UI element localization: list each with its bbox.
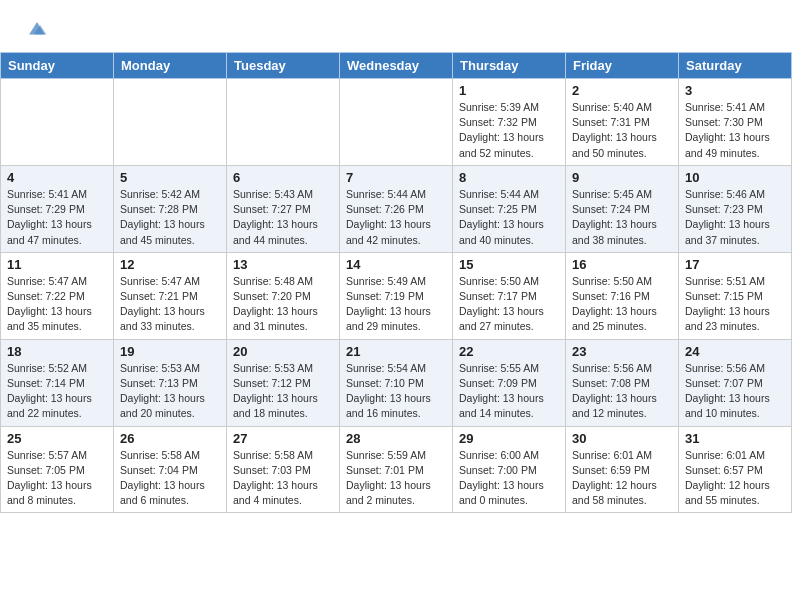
day-detail: Sunrise: 5:45 AM Sunset: 7:24 PM Dayligh… bbox=[572, 187, 672, 248]
calendar-cell: 14Sunrise: 5:49 AM Sunset: 7:19 PM Dayli… bbox=[340, 252, 453, 339]
calendar-cell: 15Sunrise: 5:50 AM Sunset: 7:17 PM Dayli… bbox=[453, 252, 566, 339]
calendar-cell: 31Sunrise: 6:01 AM Sunset: 6:57 PM Dayli… bbox=[679, 426, 792, 513]
day-detail: Sunrise: 5:40 AM Sunset: 7:31 PM Dayligh… bbox=[572, 100, 672, 161]
calendar-cell: 20Sunrise: 5:53 AM Sunset: 7:12 PM Dayli… bbox=[227, 339, 340, 426]
day-detail: Sunrise: 6:00 AM Sunset: 7:00 PM Dayligh… bbox=[459, 448, 559, 509]
calendar-week-5: 25Sunrise: 5:57 AM Sunset: 7:05 PM Dayli… bbox=[1, 426, 792, 513]
calendar-cell: 12Sunrise: 5:47 AM Sunset: 7:21 PM Dayli… bbox=[114, 252, 227, 339]
day-detail: Sunrise: 5:53 AM Sunset: 7:12 PM Dayligh… bbox=[233, 361, 333, 422]
calendar-cell: 28Sunrise: 5:59 AM Sunset: 7:01 PM Dayli… bbox=[340, 426, 453, 513]
calendar-cell: 25Sunrise: 5:57 AM Sunset: 7:05 PM Dayli… bbox=[1, 426, 114, 513]
calendar-cell: 6Sunrise: 5:43 AM Sunset: 7:27 PM Daylig… bbox=[227, 165, 340, 252]
calendar-cell bbox=[114, 79, 227, 166]
calendar-cell: 16Sunrise: 5:50 AM Sunset: 7:16 PM Dayli… bbox=[566, 252, 679, 339]
day-number: 31 bbox=[685, 431, 785, 446]
calendar-cell: 18Sunrise: 5:52 AM Sunset: 7:14 PM Dayli… bbox=[1, 339, 114, 426]
day-detail: Sunrise: 5:58 AM Sunset: 7:03 PM Dayligh… bbox=[233, 448, 333, 509]
calendar-cell: 5Sunrise: 5:42 AM Sunset: 7:28 PM Daylig… bbox=[114, 165, 227, 252]
day-number: 18 bbox=[7, 344, 107, 359]
header bbox=[0, 0, 792, 44]
day-detail: Sunrise: 5:50 AM Sunset: 7:17 PM Dayligh… bbox=[459, 274, 559, 335]
day-number: 14 bbox=[346, 257, 446, 272]
calendar-cell: 4Sunrise: 5:41 AM Sunset: 7:29 PM Daylig… bbox=[1, 165, 114, 252]
day-detail: Sunrise: 5:47 AM Sunset: 7:22 PM Dayligh… bbox=[7, 274, 107, 335]
weekday-header-wednesday: Wednesday bbox=[340, 53, 453, 79]
day-detail: Sunrise: 5:49 AM Sunset: 7:19 PM Dayligh… bbox=[346, 274, 446, 335]
day-number: 7 bbox=[346, 170, 446, 185]
day-number: 25 bbox=[7, 431, 107, 446]
day-number: 21 bbox=[346, 344, 446, 359]
calendar-cell: 17Sunrise: 5:51 AM Sunset: 7:15 PM Dayli… bbox=[679, 252, 792, 339]
calendar-cell bbox=[340, 79, 453, 166]
day-number: 8 bbox=[459, 170, 559, 185]
calendar: SundayMondayTuesdayWednesdayThursdayFrid… bbox=[0, 52, 792, 513]
calendar-cell: 7Sunrise: 5:44 AM Sunset: 7:26 PM Daylig… bbox=[340, 165, 453, 252]
calendar-cell: 10Sunrise: 5:46 AM Sunset: 7:23 PM Dayli… bbox=[679, 165, 792, 252]
day-number: 11 bbox=[7, 257, 107, 272]
calendar-cell: 26Sunrise: 5:58 AM Sunset: 7:04 PM Dayli… bbox=[114, 426, 227, 513]
calendar-cell: 22Sunrise: 5:55 AM Sunset: 7:09 PM Dayli… bbox=[453, 339, 566, 426]
day-number: 13 bbox=[233, 257, 333, 272]
day-detail: Sunrise: 5:59 AM Sunset: 7:01 PM Dayligh… bbox=[346, 448, 446, 509]
day-number: 20 bbox=[233, 344, 333, 359]
weekday-header-monday: Monday bbox=[114, 53, 227, 79]
day-number: 19 bbox=[120, 344, 220, 359]
calendar-cell bbox=[227, 79, 340, 166]
weekday-header-sunday: Sunday bbox=[1, 53, 114, 79]
day-detail: Sunrise: 5:46 AM Sunset: 7:23 PM Dayligh… bbox=[685, 187, 785, 248]
day-detail: Sunrise: 5:48 AM Sunset: 7:20 PM Dayligh… bbox=[233, 274, 333, 335]
calendar-week-2: 4Sunrise: 5:41 AM Sunset: 7:29 PM Daylig… bbox=[1, 165, 792, 252]
calendar-week-3: 11Sunrise: 5:47 AM Sunset: 7:22 PM Dayli… bbox=[1, 252, 792, 339]
day-detail: Sunrise: 6:01 AM Sunset: 6:59 PM Dayligh… bbox=[572, 448, 672, 509]
day-detail: Sunrise: 5:51 AM Sunset: 7:15 PM Dayligh… bbox=[685, 274, 785, 335]
day-number: 29 bbox=[459, 431, 559, 446]
day-number: 5 bbox=[120, 170, 220, 185]
day-detail: Sunrise: 5:52 AM Sunset: 7:14 PM Dayligh… bbox=[7, 361, 107, 422]
calendar-week-4: 18Sunrise: 5:52 AM Sunset: 7:14 PM Dayli… bbox=[1, 339, 792, 426]
day-number: 28 bbox=[346, 431, 446, 446]
day-detail: Sunrise: 5:42 AM Sunset: 7:28 PM Dayligh… bbox=[120, 187, 220, 248]
day-detail: Sunrise: 5:47 AM Sunset: 7:21 PM Dayligh… bbox=[120, 274, 220, 335]
calendar-cell: 21Sunrise: 5:54 AM Sunset: 7:10 PM Dayli… bbox=[340, 339, 453, 426]
weekday-header-friday: Friday bbox=[566, 53, 679, 79]
calendar-cell: 27Sunrise: 5:58 AM Sunset: 7:03 PM Dayli… bbox=[227, 426, 340, 513]
calendar-cell: 30Sunrise: 6:01 AM Sunset: 6:59 PM Dayli… bbox=[566, 426, 679, 513]
day-number: 17 bbox=[685, 257, 785, 272]
day-number: 22 bbox=[459, 344, 559, 359]
calendar-cell: 1Sunrise: 5:39 AM Sunset: 7:32 PM Daylig… bbox=[453, 79, 566, 166]
day-detail: Sunrise: 5:58 AM Sunset: 7:04 PM Dayligh… bbox=[120, 448, 220, 509]
calendar-cell: 29Sunrise: 6:00 AM Sunset: 7:00 PM Dayli… bbox=[453, 426, 566, 513]
day-detail: Sunrise: 5:53 AM Sunset: 7:13 PM Dayligh… bbox=[120, 361, 220, 422]
day-detail: Sunrise: 5:55 AM Sunset: 7:09 PM Dayligh… bbox=[459, 361, 559, 422]
day-detail: Sunrise: 5:43 AM Sunset: 7:27 PM Dayligh… bbox=[233, 187, 333, 248]
weekday-header-tuesday: Tuesday bbox=[227, 53, 340, 79]
logo bbox=[24, 18, 48, 40]
day-number: 27 bbox=[233, 431, 333, 446]
day-number: 9 bbox=[572, 170, 672, 185]
day-detail: Sunrise: 5:39 AM Sunset: 7:32 PM Dayligh… bbox=[459, 100, 559, 161]
day-detail: Sunrise: 5:41 AM Sunset: 7:30 PM Dayligh… bbox=[685, 100, 785, 161]
logo-icon bbox=[26, 18, 48, 40]
day-detail: Sunrise: 5:54 AM Sunset: 7:10 PM Dayligh… bbox=[346, 361, 446, 422]
calendar-cell: 9Sunrise: 5:45 AM Sunset: 7:24 PM Daylig… bbox=[566, 165, 679, 252]
day-number: 16 bbox=[572, 257, 672, 272]
day-number: 10 bbox=[685, 170, 785, 185]
calendar-cell: 3Sunrise: 5:41 AM Sunset: 7:30 PM Daylig… bbox=[679, 79, 792, 166]
day-number: 3 bbox=[685, 83, 785, 98]
day-detail: Sunrise: 5:56 AM Sunset: 7:08 PM Dayligh… bbox=[572, 361, 672, 422]
day-number: 15 bbox=[459, 257, 559, 272]
day-number: 4 bbox=[7, 170, 107, 185]
day-number: 30 bbox=[572, 431, 672, 446]
day-number: 2 bbox=[572, 83, 672, 98]
day-number: 26 bbox=[120, 431, 220, 446]
day-number: 12 bbox=[120, 257, 220, 272]
calendar-cell: 24Sunrise: 5:56 AM Sunset: 7:07 PM Dayli… bbox=[679, 339, 792, 426]
weekday-header-saturday: Saturday bbox=[679, 53, 792, 79]
calendar-cell: 23Sunrise: 5:56 AM Sunset: 7:08 PM Dayli… bbox=[566, 339, 679, 426]
calendar-cell: 13Sunrise: 5:48 AM Sunset: 7:20 PM Dayli… bbox=[227, 252, 340, 339]
day-number: 24 bbox=[685, 344, 785, 359]
day-number: 1 bbox=[459, 83, 559, 98]
calendar-cell bbox=[1, 79, 114, 166]
day-detail: Sunrise: 6:01 AM Sunset: 6:57 PM Dayligh… bbox=[685, 448, 785, 509]
calendar-cell: 2Sunrise: 5:40 AM Sunset: 7:31 PM Daylig… bbox=[566, 79, 679, 166]
